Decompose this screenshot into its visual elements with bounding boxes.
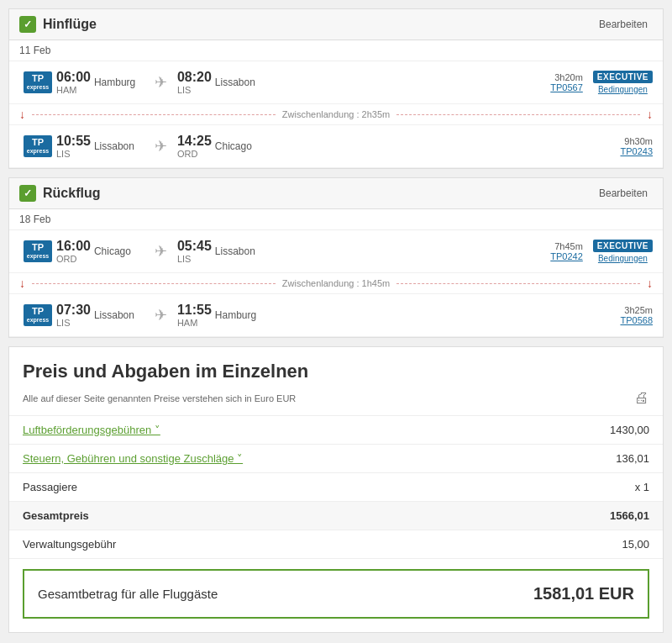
arr-city-1: Lissabon bbox=[215, 76, 265, 88]
dep-code-r2: LIS bbox=[56, 318, 91, 328]
airline-logo-2: TP express bbox=[19, 135, 56, 157]
airline-logo-r1: TP express bbox=[19, 240, 56, 262]
bedingungen-link-r1[interactable]: Bedingungen bbox=[598, 254, 648, 263]
executive-badge-r1: EXECUTIVE Bedingungen bbox=[593, 240, 653, 263]
price-subtitle: Alle auf dieser Seite genannten Preise v… bbox=[23, 389, 649, 407]
rueckflug-date: 18 Feb bbox=[9, 209, 663, 230]
hinflug-flight2-row: TP express 10:55 LIS Lissabon ✈ 14:25 OR… bbox=[9, 125, 663, 168]
arr-time-r2: 11:55 bbox=[177, 303, 212, 318]
layover-arrow-left-r: ↓ bbox=[19, 277, 25, 290]
price-amount: x 1 bbox=[524, 473, 663, 502]
price-label-link[interactable]: Steuern, Gebühren und sonstige Zuschläge… bbox=[23, 452, 243, 465]
duration-r2: 3h25m bbox=[585, 305, 653, 315]
hinflug-edit-button[interactable]: Bearbeiten bbox=[594, 17, 653, 32]
hinflug-date: 11 Feb bbox=[9, 40, 663, 61]
flight-num-2[interactable]: TP0243 bbox=[585, 146, 653, 156]
layover-line-right-r bbox=[396, 283, 640, 284]
hinflug-flight1-times: 06:00 HAM Hamburg ✈ 08:20 LIS Lissabon bbox=[56, 70, 516, 95]
check-icon-r: ✓ bbox=[19, 185, 36, 202]
rueckflug-flight1-times: 16:00 ORD Chicago ✈ 05:45 LIS Lissabon bbox=[56, 239, 516, 264]
layover-arrow-right-r: ↓ bbox=[647, 277, 653, 290]
price-title: Preis und Abgaben im Einzelnen bbox=[23, 361, 649, 382]
airline-logo-1: TP express bbox=[19, 71, 56, 93]
arr-block-1: 08:20 LIS bbox=[177, 70, 212, 95]
arr-block-r2: 11:55 HAM bbox=[177, 303, 212, 328]
dep-block-2: 10:55 LIS bbox=[56, 134, 91, 159]
check-icon: ✓ bbox=[19, 16, 36, 33]
price-amount: 15,00 bbox=[524, 530, 663, 559]
hinflug-flight2-info: 9h30m TP0243 bbox=[585, 136, 653, 156]
duration-1: 3h20m bbox=[516, 72, 583, 82]
rueckflug-flight1-info: 7h45m TP0242 bbox=[516, 241, 583, 261]
dep-code-1: HAM bbox=[56, 85, 91, 95]
dep-city-r1: Chicago bbox=[94, 245, 144, 257]
flight-arrow-1: ✈ bbox=[155, 73, 167, 92]
layover-line-left-1 bbox=[32, 114, 276, 115]
arr-city-r2: Hamburg bbox=[215, 309, 265, 321]
flight-num-r2[interactable]: TP0568 bbox=[585, 315, 653, 325]
printer-icon[interactable]: 🖨 bbox=[634, 389, 649, 407]
layover-arrow-left-1: ↓ bbox=[19, 108, 25, 121]
rueckflug-flight2-info: 3h25m TP0568 bbox=[585, 305, 653, 325]
bedingungen-link-1[interactable]: Bedingungen bbox=[598, 85, 648, 94]
arr-code-r1: LIS bbox=[177, 254, 212, 264]
price-subtitle-text: Alle auf dieser Seite genannten Preise v… bbox=[23, 393, 296, 403]
hinflug-flight1-row: TP express 06:00 HAM Hamburg ✈ 08:20 LIS… bbox=[9, 61, 663, 104]
rueckflug-flight2-row: TP express 07:30 LIS Lissabon ✈ 11:55 HA… bbox=[9, 294, 663, 337]
dep-city-r2: Lissabon bbox=[94, 309, 144, 321]
arr-block-2: 14:25 ORD bbox=[177, 134, 212, 159]
duration-r1: 7h45m bbox=[516, 241, 583, 251]
duration-2: 9h30m bbox=[585, 136, 653, 146]
dep-city-2: Lissabon bbox=[94, 140, 144, 152]
airline-logo-r2: TP express bbox=[19, 304, 56, 326]
layover-text-r: Zwischenlandung : 1h45m bbox=[282, 278, 390, 288]
price-section: Preis und Abgaben im Einzelnen Alle auf … bbox=[8, 346, 664, 633]
price-amount: 1566,01 bbox=[524, 502, 663, 530]
price-amount: 1430,00 bbox=[524, 416, 663, 445]
dep-time-1: 06:00 bbox=[56, 70, 91, 85]
rueckflug-header: ✓ Rückflug Bearbeiten bbox=[9, 178, 663, 209]
dep-block-1: 06:00 HAM bbox=[56, 70, 91, 95]
dep-block-r2: 07:30 LIS bbox=[56, 303, 91, 328]
price-label: Verwaltungsgebühr bbox=[9, 530, 524, 559]
arr-time-1: 08:20 bbox=[177, 70, 212, 85]
arr-time-2: 14:25 bbox=[177, 134, 212, 149]
price-amount: 136,01 bbox=[524, 445, 663, 473]
rueckflug-layover-row: ↓ Zwischenlandung : 1h45m ↓ bbox=[9, 273, 663, 294]
arr-time-r1: 05:45 bbox=[177, 239, 212, 254]
price-table: Luftbeförderungsgebühren ˅1430,00Steuern… bbox=[9, 416, 663, 559]
dep-time-r1: 16:00 bbox=[56, 239, 91, 254]
arr-city-r1: Lissabon bbox=[215, 245, 265, 257]
price-label: Passagiere bbox=[9, 473, 524, 502]
hinflug-flight2-times: 10:55 LIS Lissabon ✈ 14:25 ORD Chicago bbox=[56, 134, 585, 159]
hinflug-flight1-info: 3h20m TP0567 bbox=[516, 72, 583, 92]
flight-arrow-r2: ✈ bbox=[155, 306, 167, 324]
rueckflug-edit-button[interactable]: Bearbeiten bbox=[594, 186, 653, 201]
arr-code-r2: HAM bbox=[177, 318, 212, 328]
executive-label-1: EXECUTIVE bbox=[593, 71, 653, 83]
arr-code-1: LIS bbox=[177, 85, 212, 95]
rueckflug-title: Rückflug bbox=[43, 186, 100, 201]
arr-city-2: Chicago bbox=[215, 140, 265, 152]
flight-num-r1[interactable]: TP0242 bbox=[516, 251, 583, 261]
price-label-link[interactable]: Luftbeförderungsgebühren ˅ bbox=[23, 424, 160, 436]
executive-badge-1: EXECUTIVE Bedingungen bbox=[593, 71, 653, 94]
executive-label-r1: EXECUTIVE bbox=[593, 240, 653, 252]
layover-line-right-1 bbox=[396, 114, 640, 115]
hinflug-layover-row: ↓ Zwischenlandung : 2h35m ↓ bbox=[9, 104, 663, 125]
layover-arrow-right-1: ↓ bbox=[647, 108, 653, 121]
flight-arrow-r1: ✈ bbox=[155, 242, 167, 261]
layover-line-left-r bbox=[32, 283, 276, 284]
price-label: Gesamtpreis bbox=[9, 502, 524, 530]
flight-num-1[interactable]: TP0567 bbox=[516, 82, 583, 92]
rueckflug-section: ✓ Rückflug Bearbeiten 18 Feb TP express … bbox=[8, 177, 664, 338]
dep-code-2: LIS bbox=[56, 149, 91, 159]
dep-code-r1: ORD bbox=[56, 254, 91, 264]
grand-total-amount: 1581,01 EUR bbox=[533, 584, 634, 603]
layover-text-1: Zwischenlandung : 2h35m bbox=[282, 109, 390, 119]
dep-time-2: 10:55 bbox=[56, 134, 91, 149]
rueckflug-flight2-times: 07:30 LIS Lissabon ✈ 11:55 HAM Hamburg bbox=[56, 303, 585, 328]
hinflug-title: Hinflüge bbox=[43, 17, 97, 32]
hinflug-header: ✓ Hinflüge Bearbeiten bbox=[9, 9, 663, 40]
hinflug-section: ✓ Hinflüge Bearbeiten 11 Feb TP express … bbox=[8, 8, 664, 169]
